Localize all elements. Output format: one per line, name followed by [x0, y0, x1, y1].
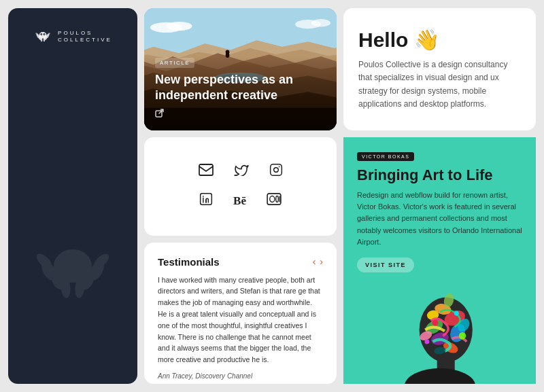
svg-point-41 [273, 168, 278, 173]
hello-greeting: Hello 👋 [358, 28, 521, 52]
victor-art [357, 283, 522, 384]
visit-site-button[interactable]: VISIT SITE [357, 257, 414, 272]
testimonial-text: I have worked with many creative people,… [158, 274, 323, 366]
testimonials-header: Testimonials ‹ › [158, 256, 323, 268]
sidebar-watermark [25, 226, 120, 343]
victor-description: Redesign and webflow build for renown ar… [357, 190, 522, 247]
logo-right: COLLECTIVE [58, 37, 112, 43]
article-badge: ARTICLE [155, 58, 194, 68]
svg-point-46 [276, 196, 279, 202]
email-icon[interactable] [199, 164, 214, 179]
svg-point-63 [458, 332, 465, 339]
hello-description: Poulos Collective is a design consultanc… [358, 58, 521, 111]
svg-rect-39 [199, 164, 213, 175]
svg-point-62 [454, 310, 458, 315]
twitter-icon[interactable] [234, 164, 249, 179]
svg-point-64 [424, 339, 429, 344]
victor-badge: VICTOR BOKAS [357, 152, 414, 161]
hello-card: Hello 👋 Poulos Collective is a design co… [343, 8, 536, 130]
testimonials-title: Testimonials [158, 256, 220, 268]
social-row-bottom: Bē [199, 192, 282, 209]
victor-card: VICTOR BOKAS Bringing Art to Life Redesi… [343, 137, 536, 384]
testimonial-author: Ann Tracey, Discovery Channel [158, 372, 323, 380]
logo-area: POULOS COLLECTIVE [33, 27, 112, 46]
svg-rect-40 [270, 164, 282, 176]
testimonials-nav: ‹ › [313, 256, 323, 267]
hero-title: New perspectives as an independent creat… [155, 72, 326, 103]
logo-text-group: POULOS COLLECTIVE [58, 30, 112, 44]
svg-point-45 [270, 196, 275, 202]
next-arrow-button[interactable]: › [320, 256, 323, 267]
medium-icon[interactable] [267, 193, 282, 209]
sidebar-card: POULOS COLLECTIVE [8, 8, 137, 384]
external-link-icon[interactable] [155, 108, 326, 120]
victor-title: Bringing Art to Life [357, 166, 522, 184]
instagram-icon[interactable] [269, 163, 283, 180]
behance-icon[interactable]: Bē [233, 194, 246, 208]
testimonials-card: Testimonials ‹ › I have worked with many… [144, 243, 337, 384]
social-row-top [199, 163, 283, 180]
octopus-logo-icon [33, 27, 52, 46]
logo-left: POULOS [58, 30, 112, 37]
svg-point-42 [278, 166, 279, 168]
hero-content: ARTICLE New perspectives as an independe… [155, 55, 326, 120]
svg-point-12 [44, 34, 45, 35]
svg-point-61 [432, 319, 438, 325]
svg-point-11 [41, 34, 42, 35]
linkedin-icon[interactable] [199, 192, 213, 209]
social-card: Bē [144, 137, 337, 236]
hero-card[interactable]: ARTICLE New perspectives as an independe… [144, 8, 337, 130]
prev-arrow-button[interactable]: ‹ [313, 256, 316, 267]
svg-point-50 [404, 368, 475, 384]
